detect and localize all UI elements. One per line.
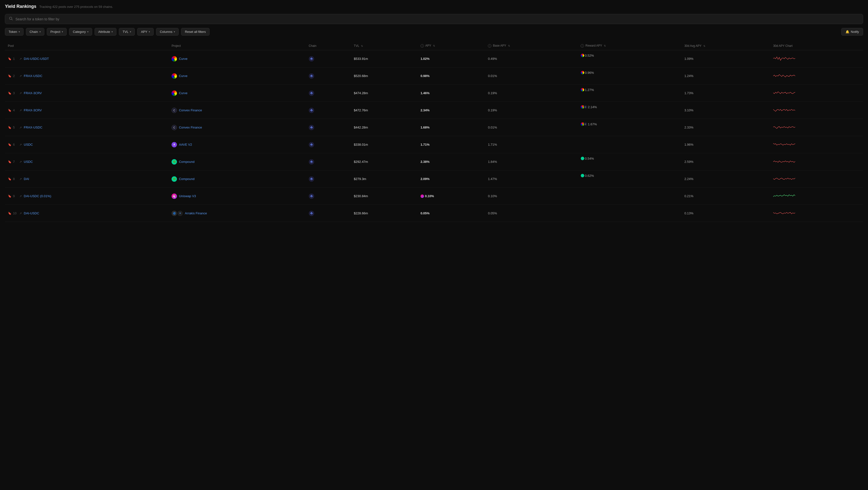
external-link-icon[interactable]: ↗ (19, 177, 22, 181)
chain-header: Chain (306, 41, 351, 50)
filter-bar: Token ▾ Chain ▾ Project ▾ Category ▾ Att… (5, 28, 863, 35)
pool-name[interactable]: FRAX-USDC (24, 74, 42, 78)
project-cell: 🌿 Compound (168, 170, 306, 188)
pool-actions: 🔖 7 ↗ (8, 160, 22, 164)
chain-filter[interactable]: Chain ▾ (26, 28, 44, 35)
bookmark-icon[interactable]: 🔖 (8, 160, 11, 164)
project-cell: C Convex Finance (168, 102, 306, 119)
bookmark-icon[interactable]: 🔖 (8, 57, 11, 61)
pool-cell: 🔖 9 ↗ DAI-USDC (0.01%) (5, 188, 168, 205)
project-cell-inner[interactable]: A AAVE V2 (172, 142, 303, 147)
reward-apy-cell (578, 205, 682, 211)
search-bar[interactable] (5, 14, 863, 24)
external-link-icon[interactable]: ↗ (19, 160, 22, 164)
token-filter[interactable]: Token ▾ (5, 28, 24, 35)
chart-line (773, 143, 795, 145)
tvl-cell: $533.91m (351, 50, 417, 67)
project-cell-inner[interactable]: Curve (172, 90, 303, 96)
avg-apy-cell: 3.10% (682, 102, 770, 119)
avg-apy-cell: 2.24% (682, 170, 770, 188)
attribute-filter-label: Attribute (98, 30, 110, 34)
pool-name[interactable]: FRAX-USDC (24, 125, 42, 129)
external-link-icon[interactable]: ↗ (19, 91, 22, 95)
pool-name[interactable]: DAI-USDC-USDT (24, 57, 49, 61)
columns-chevron-icon: ▾ (174, 30, 175, 33)
reward-icons (581, 174, 584, 178)
external-link-icon[interactable]: ↗ (19, 212, 22, 215)
bookmark-icon[interactable]: 🔖 (8, 212, 11, 215)
chain-cell (306, 170, 351, 188)
external-link-icon[interactable]: ↗ (19, 143, 22, 146)
apy-cell: 2.09% (417, 170, 485, 188)
bookmark-icon[interactable]: 🔖 (8, 177, 11, 181)
reward-apy-value: 1.27% (585, 88, 594, 92)
project-cell-inner[interactable]: C Convex Finance (172, 108, 303, 113)
bookmark-icon[interactable]: 🔖 (8, 74, 11, 78)
reward-icons: C (581, 122, 586, 126)
bookmark-icon[interactable]: 🔖 (8, 143, 11, 146)
base-apy-cell: 0.01% (485, 119, 577, 136)
base-apy-header[interactable]: i Base APY ⇅ (485, 41, 577, 50)
tvl-header[interactable]: TVL ⇅ (351, 41, 417, 50)
chain-chevron-icon: ▾ (39, 30, 41, 33)
pool-name[interactable]: DAI (24, 177, 29, 181)
chain-cell (306, 188, 351, 205)
bookmark-icon[interactable]: 🔖 (8, 109, 11, 112)
project-logo-convex: C (172, 125, 177, 130)
external-link-icon[interactable]: ↗ (19, 74, 22, 78)
bookmark-icon[interactable]: 🔖 (8, 91, 11, 95)
reward-apy-header[interactable]: i Reward APY ⇅ (578, 41, 682, 50)
project-cell-inner[interactable]: C Convex Finance (172, 125, 303, 130)
project-cell-inner[interactable]: 🌿 Compound (172, 159, 303, 165)
reward-apy-info-icon: i (581, 44, 584, 48)
reward-apy-cell: 1.27% (578, 85, 682, 95)
pool-name[interactable]: USDC (24, 143, 33, 146)
chain-logo-ethereum (309, 194, 314, 199)
project-logo-aave: A (172, 142, 177, 147)
project-cell-inner[interactable]: 🌀 ✕ Arrakis Finance (172, 211, 303, 216)
columns-filter[interactable]: Columns ▾ (156, 28, 179, 35)
project-filter[interactable]: Project ▾ (47, 28, 67, 35)
tvl-filter[interactable]: TVL ▾ (119, 28, 135, 35)
project-cell-inner[interactable]: 🌿 Compound (172, 176, 303, 182)
project-cell: 🦄 Uniswap V3 (168, 188, 306, 205)
reset-filters-button[interactable]: Reset all filters (181, 28, 209, 35)
reward-apy-value: 0.54% (585, 157, 594, 161)
reward-apy-value: 0.62% (585, 174, 594, 178)
project-cell-inner[interactable]: Curve (172, 56, 303, 62)
project-cell-inner[interactable]: Curve (172, 73, 303, 79)
pool-name[interactable]: DAI-USDC (24, 211, 39, 215)
attribute-chevron-icon: ▾ (112, 30, 113, 33)
pool-name[interactable]: FRAX-3CRV (24, 91, 42, 95)
token-chevron-icon: ▾ (19, 30, 20, 33)
external-link-icon[interactable]: ↗ (19, 195, 22, 198)
external-link-icon[interactable]: ↗ (19, 126, 22, 129)
project-header: Project (168, 41, 306, 50)
category-filter[interactable]: Category ▾ (69, 28, 92, 35)
bookmark-icon[interactable]: 🔖 (8, 126, 11, 129)
pool-name[interactable]: USDC (24, 160, 33, 164)
pool-name[interactable]: DAI-USDC (0.01%) (24, 194, 51, 198)
bookmark-icon[interactable]: 🔖 (8, 195, 11, 198)
external-link-icon[interactable]: ↗ (19, 57, 22, 61)
attribute-filter[interactable]: Attribute ▾ (95, 28, 116, 35)
table-row: 🔖 7 ↗ USDC 🌿 Compound (5, 153, 863, 170)
project-cell-inner[interactable]: 🦄 Uniswap V3 (172, 194, 303, 199)
pool-cell-inner: 🔖 4 ↗ FRAX-3CRV (8, 108, 166, 112)
avg-apy-header[interactable]: 30d Avg APY ⇅ (682, 41, 770, 50)
pool-name[interactable]: FRAX-3CRV (24, 108, 42, 112)
project-cell: 🌿 Compound (168, 153, 306, 170)
apy-header[interactable]: i APY ⇅ (417, 41, 485, 50)
reward-apy-cell: 0.62% (578, 170, 682, 181)
apy-filter[interactable]: APY ▾ (137, 28, 154, 35)
table-row: 🔖 3 ↗ FRAX-3CRV Curve (5, 85, 863, 102)
reward-icons (581, 70, 584, 75)
notify-button[interactable]: 🔔 Notify (841, 28, 863, 35)
project-name: AAVE V2 (179, 143, 192, 146)
pool-actions: 🔖 1 ↗ (8, 57, 22, 61)
search-input[interactable] (16, 17, 859, 21)
reward-icons: C (581, 105, 586, 109)
external-link-icon[interactable]: ↗ (19, 109, 22, 112)
chain-cell-inner (309, 142, 348, 147)
project-name: Curve (179, 74, 187, 78)
